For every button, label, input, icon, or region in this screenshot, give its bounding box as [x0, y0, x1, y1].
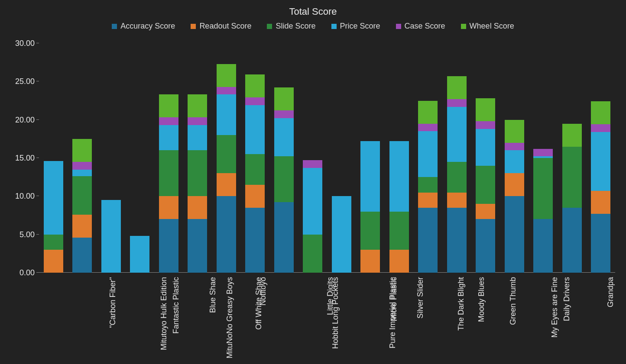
bar-segment [44, 161, 63, 235]
bar-segment [591, 191, 610, 214]
bar-segment [159, 150, 178, 196]
bar-segment [245, 208, 265, 273]
bar-segment [447, 162, 467, 193]
bar-segment [476, 98, 495, 121]
legend-label: Accuracy Score [120, 22, 175, 31]
bar-segment [159, 117, 178, 125]
bar-segment [217, 64, 236, 87]
x-tick-label: "Carbon Fiber" [108, 277, 117, 328]
bar-segment [505, 150, 524, 173]
bar-segment [562, 124, 582, 147]
legend-item: Price Score [331, 22, 380, 31]
y-tick-label: 30.00 [9, 39, 35, 48]
bar-segment [72, 139, 92, 162]
bar-segment [44, 250, 63, 273]
bar-segment [217, 135, 236, 173]
y-tick-mark [36, 119, 39, 120]
x-tick-label: Moody Blues [477, 277, 486, 322]
bar-segment [476, 166, 495, 204]
y-tick-label: 25.00 [9, 77, 35, 86]
x-tick-label: Daily Drivers [562, 277, 571, 321]
bar-segment [447, 193, 467, 208]
bar-segment [332, 196, 351, 273]
bar-segment [188, 94, 207, 117]
bar-segment [562, 147, 582, 208]
bar-segment [72, 176, 92, 214]
bar-segment [389, 141, 409, 212]
x-tick-label: The Dark Blight [457, 277, 466, 331]
bar-segment [217, 173, 236, 196]
bar-segment [274, 87, 294, 110]
legend-item: Wheel Score [461, 22, 514, 31]
bar-segment [418, 208, 438, 273]
bar-segment [274, 118, 294, 156]
bar-segment [72, 162, 92, 170]
bar-segment [274, 156, 294, 202]
bar-segment [245, 154, 265, 185]
y-tick-label: 15.00 [9, 154, 35, 163]
x-tick-label: Mitutoyo Hulk Edition [159, 277, 169, 350]
x-tick-label: Fantastic Plastic [172, 277, 181, 334]
bar-segment [274, 202, 294, 273]
bar-segment [505, 143, 524, 151]
total-score-chart: Total Score Accuracy ScoreReadout ScoreS… [0, 0, 626, 364]
legend-swatch [331, 24, 337, 29]
bar-segment [217, 196, 236, 273]
bar-segment [303, 160, 322, 168]
bar-segment [389, 250, 409, 273]
legend-item: Readout Score [191, 22, 251, 31]
legend-label: Readout Score [199, 22, 251, 31]
bar-segment [418, 101, 438, 124]
bar-segment [389, 212, 409, 250]
bar-segment [72, 170, 92, 177]
bar-segment [591, 214, 610, 273]
y-tick-label: 20.00 [9, 115, 35, 124]
bar-segment [533, 219, 553, 273]
bar-segment [159, 94, 178, 117]
bar-segment [533, 149, 553, 157]
bar-segment [274, 110, 294, 118]
x-tick-label: Little Digits [326, 277, 335, 315]
bar-segment [188, 196, 207, 219]
bar-segment [418, 124, 438, 132]
legend-label: Slide Score [276, 22, 315, 31]
bar-segment [476, 121, 495, 129]
bar-segment [303, 235, 322, 273]
legend-label: Case Score [405, 22, 445, 31]
y-tick-mark [36, 43, 39, 43]
x-tick-label: Blue Shae [208, 277, 217, 313]
bar-segment [217, 94, 236, 135]
bar-segment [505, 196, 524, 273]
plot-area: 0.005.0010.0015.0020.0025.0030.00 [39, 43, 615, 273]
legend-swatch [396, 24, 401, 29]
legend-swatch [267, 24, 272, 29]
bar-segment [188, 117, 207, 125]
bar-segment [245, 74, 265, 97]
bar-segment [245, 185, 265, 208]
chart-legend: Accuracy ScoreReadout ScoreSlide ScorePr… [0, 22, 626, 31]
legend-label: Price Score [340, 22, 380, 31]
y-tick-mark [36, 272, 39, 273]
x-tick-label: MituNoNo Greasy Boys [225, 277, 234, 358]
bar-segment [360, 250, 380, 273]
bar-segment [188, 150, 207, 196]
legend-swatch [191, 24, 196, 29]
y-tick-mark [36, 234, 39, 235]
x-tick-label: Notitoyo [259, 277, 268, 306]
bar-segment [245, 105, 265, 154]
bar-segment [217, 87, 236, 95]
bar-segment [72, 215, 92, 238]
bar-segment [447, 107, 467, 162]
bar-segment [562, 208, 582, 273]
bar-segment [159, 196, 178, 219]
legend-item: Accuracy Score [112, 22, 175, 31]
bar-segment [188, 125, 207, 150]
bar-segment [159, 219, 178, 273]
bar-segment [360, 212, 380, 250]
bar-segment [418, 177, 438, 192]
bar-segment [101, 200, 121, 273]
legend-item: Case Score [396, 22, 445, 31]
y-tick-mark [36, 158, 39, 158]
bar-segment [303, 168, 322, 235]
y-tick-label: 10.00 [9, 192, 35, 201]
